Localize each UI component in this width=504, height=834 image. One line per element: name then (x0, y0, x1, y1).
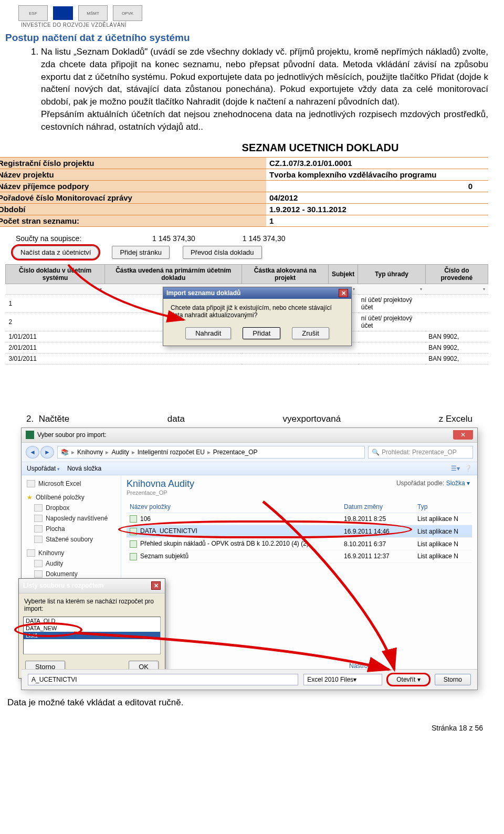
totals-row: Součty na soupisce: 1 145 374,30 1 145 3… (16, 234, 488, 243)
import-dialog: Import seznamu dokladů ✕ Chcete data při… (163, 287, 352, 346)
seznam-value: 0 (266, 180, 488, 192)
totals-value-1: 1 145 374,30 (152, 234, 195, 243)
grid-header[interactable]: Číslo do provedené (425, 264, 488, 284)
seznam-label: Název projektu (0, 169, 266, 180)
file-row[interactable]: Přehled skupin nákladů - OPVK ostrá DB k… (127, 538, 472, 550)
folder-icon (34, 560, 43, 567)
sidebar-item[interactable]: Dropbox (33, 503, 117, 513)
grid-header[interactable]: Subjekt (328, 264, 358, 284)
help-icon[interactable]: ❔ (464, 465, 472, 472)
grid-filter-cell[interactable] (6, 284, 105, 294)
paragraph-1: Na listu „Seznam Dokladů" (uvádí se zde … (41, 46, 488, 133)
grid-filter-cell[interactable] (358, 284, 425, 294)
cancel-button[interactable]: Storno (435, 674, 471, 685)
button-row: Načíst data z účetnictví Přidej stránku … (13, 246, 488, 259)
file-list-pane: Knihovna Audity Prezentace_OP Uspořádat … (121, 475, 477, 654)
grid-header[interactable]: Částka alokovaná na projekt (242, 264, 329, 284)
search-icon: 🔍 (372, 449, 380, 456)
sidebar-item[interactable]: Naposledy navštívené (33, 513, 117, 524)
import-add-button[interactable]: Přidat (243, 327, 280, 339)
col-date[interactable]: Datum změny (341, 501, 414, 513)
page-number: Stránka 18 z 56 (5, 724, 488, 732)
step-2-line: 2. Načtěte data vyexportovaná z Excelu (26, 414, 472, 424)
organize-menu[interactable]: Uspořádat (27, 465, 60, 472)
opvk-logo: OPVK (113, 5, 142, 21)
grid-header[interactable]: Částka uvedená na primárním účetním dokl… (105, 264, 242, 284)
excel-icon (26, 431, 34, 439)
grid-header[interactable]: Typ úhrady (358, 264, 425, 284)
file-row[interactable]: DATA_UCETNICTVI16.9.2011 14:46List aplik… (127, 525, 472, 538)
sheet-list-item[interactable]: List1 (24, 632, 160, 639)
sidebar-item[interactable]: Stažené soubory (33, 534, 117, 545)
esf-logo: ESF (18, 5, 48, 21)
load-accounting-button[interactable]: Načíst data z účetnictví (13, 246, 99, 259)
sidebar-libraries[interactable]: Knihovny (26, 548, 117, 558)
sheet-listbox[interactable]: DATA_OLDDATA_NEWList1 (23, 617, 161, 654)
msmt-logo: MŠMT (78, 5, 108, 21)
filename-input[interactable]: A_UCETNICTVI (28, 674, 298, 685)
sheet-dialog-title: Listy souboru s rozpočtem (23, 582, 103, 589)
file-row[interactable]: 10619.8.2011 8:25List aplikace N (127, 513, 472, 525)
open-button[interactable]: Otevřít ▾ (387, 674, 429, 685)
sidebar-item[interactable]: Plocha (33, 524, 117, 534)
folder-icon (34, 504, 43, 512)
seznam-label: Počet stran seznamu: (0, 215, 266, 226)
seznam-value: 1 (266, 215, 488, 226)
nav-back-icon[interactable]: ◄ (26, 446, 39, 458)
excel-icon (27, 480, 35, 487)
sort-by[interactable]: Uspořádat podle: Složka ▾ (396, 479, 470, 487)
grid-filter-cell[interactable] (425, 284, 488, 294)
add-page-button[interactable]: Přidej stránku (112, 246, 169, 259)
sheet-list-item[interactable]: DATA_NEW (24, 624, 160, 632)
file-icon (130, 528, 137, 535)
totals-label: Součty na soupisce: (16, 234, 105, 243)
breadcrumb[interactable]: 📚 ▸Knihovny▸Audity▸Inteligentní rozpočet… (57, 446, 365, 458)
search-input[interactable]: 🔍 Prohledat: Prezentace_OP (368, 446, 473, 458)
grid-header[interactable]: Číslo dokladu v účetním systému (6, 264, 105, 284)
sheet-list-item[interactable]: DATA_OLD (24, 617, 160, 624)
sidebar-favorites[interactable]: ★Oblíbené položky (26, 492, 117, 503)
convert-number-button[interactable]: Převod čísla dokladu (183, 246, 262, 259)
import-dialog-title: Import seznamu dokladů (166, 289, 240, 297)
breadcrumb-segment[interactable]: Inteligentní rozpočet EU (138, 449, 205, 456)
seznam-block: SEZNAM UCETNICH DOKLADU Registrační čísl… (0, 139, 488, 227)
breadcrumb-segment[interactable]: Prezentace_OP (213, 449, 258, 456)
grid-row[interactable]: 3/01/2011BAN 9902, (6, 353, 488, 364)
window-close-icon[interactable]: ✕ (453, 430, 473, 440)
sidebar-excel[interactable]: Microsoft Excel (26, 478, 117, 489)
nav-forward-icon[interactable]: ► (40, 446, 54, 458)
col-name[interactable]: Název položky (127, 501, 341, 513)
seznam-value: CZ.1.07/3.2.01/01.0001 (266, 157, 488, 169)
filetype-select[interactable]: Excel 2010 Files ▾ (303, 674, 382, 685)
sheet-dialog-close-icon[interactable]: ✕ (151, 581, 161, 590)
view-mode-icon[interactable]: ☰▾ (451, 465, 460, 472)
import-dialog-close-icon[interactable]: ✕ (339, 289, 348, 297)
sidebar-item[interactable]: Dokumenty (33, 569, 117, 579)
doc-heading: Postup načtení dat z účetního systému (5, 32, 488, 44)
col-type[interactable]: Typ (414, 501, 472, 513)
sidebar-item[interactable]: Audity (33, 558, 117, 569)
breadcrumb-segment[interactable]: Audity (111, 449, 129, 456)
import-cancel-button[interactable]: Zrušit (292, 327, 329, 339)
seznam-label: Název příjemce podpory (0, 180, 266, 192)
logo-strip: ESF MŠMT OPVK (5, 5, 488, 21)
seznam-label: Registrační číslo projektu (0, 157, 266, 169)
import-replace-button[interactable]: Nahradit (185, 327, 231, 339)
star-icon: ★ (27, 494, 33, 501)
library-subtitle: Prezentace_OP (127, 489, 472, 496)
breadcrumb-segment[interactable]: Knihovny (77, 449, 103, 456)
file-row[interactable]: Seznam subjektů16.9.2011 12:37List aplik… (127, 550, 472, 563)
seznam-value: 1.9.2012 - 30.11.2012 (266, 203, 488, 215)
sheet-dialog-prompt: Vyberte list na kterém se nachází rozpoč… (19, 593, 165, 612)
tools-menu[interactable]: Nástroje ▾ (349, 662, 377, 670)
folder-icon (34, 515, 43, 522)
seznam-title: SEZNAM UCETNICH DOKLADU (152, 139, 488, 157)
file-icon (130, 540, 137, 548)
new-folder-button[interactable]: Nová složka (67, 465, 101, 472)
invest-caption: INVESTICE DO ROZVOJE VZDĚLÁVÁNÍ (21, 22, 488, 28)
seznam-value: Tvorba komplexního vzdělávacího programu (266, 169, 488, 180)
import-dialog-message: Chcete data připojit již k existujícím, … (163, 299, 351, 324)
file-icon (130, 553, 137, 560)
file-picker-bottombar: A_UCETNICTVI Excel 2010 Files ▾ Nástroje… (22, 669, 477, 690)
file-picker-title: Vyber soubor pro import: (37, 431, 451, 439)
